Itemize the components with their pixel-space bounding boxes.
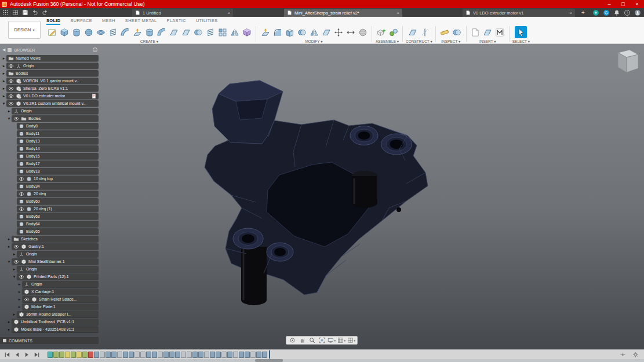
timeline-feature-icon[interactable]: [239, 352, 244, 358]
visibility-eye-icon[interactable]: [19, 176, 24, 182]
browser-item-pill[interactable]: Origin: [6, 63, 99, 69]
grid-display-icon[interactable]: [337, 337, 345, 344]
visibility-eye-icon[interactable]: [8, 101, 14, 107]
extrude-icon[interactable]: [131, 26, 143, 38]
combine-icon[interactable]: [296, 26, 308, 38]
browser-item[interactable]: ▾V0.2R1 custom umbilical mount v...: [1, 100, 99, 107]
caret-right-icon[interactable]: ▸: [1, 71, 6, 76]
timeline-feature-icon[interactable]: [105, 352, 111, 358]
browser-item-pill[interactable]: 36mm Round Stepper I...: [17, 311, 99, 317]
sync-status-icon[interactable]: [603, 9, 610, 16]
ribbon-tab-plastic[interactable]: PLASTIC: [167, 17, 186, 25]
timeline-feature-icon[interactable]: [82, 352, 88, 358]
caret-down-icon[interactable]: ▾: [6, 116, 12, 121]
timeline-feature-icon[interactable]: [204, 352, 209, 358]
caret-right-icon[interactable]: ▸: [17, 290, 22, 294]
timeline-feature-icon[interactable]: [262, 352, 267, 358]
browser-options-icon[interactable]: [93, 47, 97, 52]
ribbon-tab-sheet-metal[interactable]: SHEET METAL: [125, 17, 157, 25]
create-sphere-icon[interactable]: [82, 26, 94, 38]
timeline-feature-icon[interactable]: [88, 352, 93, 358]
joint-icon[interactable]: [387, 26, 399, 38]
move-copy-icon[interactable]: [332, 26, 344, 38]
timeline-feature-icon[interactable]: [134, 352, 140, 358]
browser-item[interactable]: ▸36mm Round Stepper I...: [1, 310, 99, 318]
browser-item[interactable]: Body63: [1, 213, 99, 220]
notifications-icon[interactable]: [613, 9, 620, 16]
browser-item-pill[interactable]: Strain Relief Space...: [22, 296, 99, 302]
caret-down-icon[interactable]: ▾: [1, 101, 6, 106]
browser-item[interactable]: ▸Sherpa_Zero ECAS v1:1: [1, 85, 99, 92]
browser-item-pill[interactable]: V0.2R1 custom umbilical mount v...: [6, 100, 99, 107]
help-icon[interactable]: ?: [624, 9, 631, 16]
new-component-icon[interactable]: [375, 26, 387, 38]
browser-item[interactable]: Body18: [1, 167, 99, 175]
browser-item-pill[interactable]: Body14: [17, 145, 99, 152]
timeline-slider-icon[interactable]: [618, 351, 627, 359]
workspace-selector[interactable]: DESIGN ▾: [8, 21, 41, 39]
rectangular-pattern-icon[interactable]: [216, 26, 228, 38]
caret-right-icon[interactable]: ▸: [12, 267, 17, 272]
display-settings-icon[interactable]: [328, 337, 336, 344]
caret-right-icon[interactable]: ▸: [17, 297, 22, 302]
document-tab[interactable]: 1 Untitled×: [132, 9, 233, 17]
play-icon[interactable]: [23, 351, 31, 359]
insert-derive-icon[interactable]: [470, 26, 482, 38]
timeline-settings-icon[interactable]: [631, 351, 640, 359]
browser-item[interactable]: Body13: [1, 137, 99, 145]
browser-item[interactable]: ▾Bodies: [1, 115, 99, 122]
undo-icon[interactable]: [31, 9, 38, 16]
timeline-feature-icon[interactable]: [163, 352, 169, 358]
maximize-button[interactable]: □: [616, 0, 630, 8]
browser-item-pill[interactable]: Mini Stealthburner:1: [12, 258, 99, 265]
browser-item-pill[interactable]: Printed Parts (12):1: [17, 273, 99, 280]
caret-right-icon[interactable]: ▸: [12, 312, 17, 317]
close-button[interactable]: ×: [630, 0, 644, 8]
browser-item-pill[interactable]: Body11: [17, 130, 99, 137]
caret-right-icon[interactable]: ▸: [1, 64, 6, 68]
view-cube[interactable]: [610, 49, 641, 76]
decal-icon[interactable]: [482, 26, 494, 38]
timeline-feature-icon[interactable]: [169, 352, 174, 358]
align-icon[interactable]: [344, 26, 356, 38]
browser-item[interactable]: ▸Origin: [1, 250, 99, 258]
browser-item-pill[interactable]: Body63: [17, 213, 99, 220]
go-to-end-icon[interactable]: [32, 351, 41, 359]
toolbar-group-label[interactable]: CONSTRUCT ▾: [406, 39, 432, 44]
browser-item[interactable]: 20 deg (1): [1, 205, 99, 213]
timeline-feature-icon[interactable]: [140, 352, 145, 358]
browser-item-pill[interactable]: Body17: [17, 160, 99, 167]
browser-item[interactable]: ▸V0 LDO extruder motor: [1, 92, 99, 100]
browser-item-pill[interactable]: Body16: [17, 153, 99, 159]
hole-icon[interactable]: [192, 26, 204, 38]
timeline-feature-icon[interactable]: [250, 352, 256, 358]
visibility-eye-icon[interactable]: [8, 93, 14, 99]
fillet-icon[interactable]: [271, 26, 283, 38]
browser-item-pill[interactable]: 10 deg top: [17, 175, 99, 182]
browser-item[interactable]: ▸Gantry:1: [1, 243, 99, 250]
thread-icon[interactable]: [204, 26, 216, 38]
caret-right-icon[interactable]: ▸: [6, 109, 12, 114]
viewport-canvas[interactable]: ◀ BROWSER ▸Named Views▸Origin▸Bodies▸VOR…: [0, 44, 644, 349]
profile-icon[interactable]: [634, 9, 641, 16]
caret-right-icon[interactable]: ▸: [1, 94, 6, 98]
browser-item[interactable]: ▾Printed Parts (12):1: [1, 273, 99, 280]
create-form-icon[interactable]: [241, 26, 253, 38]
browser-item-pill[interactable]: 20 deg (1): [17, 206, 99, 212]
offset-plane-icon[interactable]: [407, 26, 419, 38]
timeline-feature-icon[interactable]: [198, 352, 203, 358]
timeline-feature-icon[interactable]: [256, 352, 261, 358]
caret-right-icon[interactable]: ▸: [1, 56, 6, 61]
ribbon-tab-mesh[interactable]: MESH: [102, 17, 115, 25]
zoom-icon[interactable]: [308, 337, 316, 344]
create-pipe-icon[interactable]: [119, 26, 131, 38]
ribbon-tab-solid[interactable]: SOLID: [46, 17, 60, 25]
visibility-eye-icon[interactable]: [19, 274, 24, 280]
document-tab[interactable]: V0 LDO extruder motor v1×: [463, 9, 575, 17]
sweep-icon[interactable]: [155, 26, 168, 38]
close-tab-icon[interactable]: ×: [396, 10, 399, 16]
browser-item-pill[interactable]: Body65: [17, 228, 99, 235]
browser-item-pill[interactable]: Bodies: [6, 70, 99, 76]
browser-item-pill[interactable]: Body13: [17, 138, 99, 144]
browser-item-pill[interactable]: Sketches: [12, 236, 99, 242]
